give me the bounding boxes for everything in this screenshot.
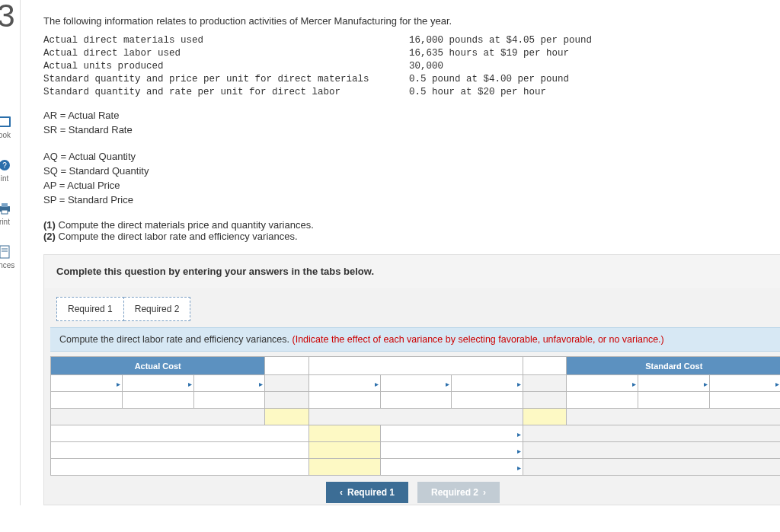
svg-rect-1: [0, 118, 9, 126]
input-gap-1[interactable]: [265, 409, 308, 425]
table-header-row: Actual Cost Standard Cost: [51, 357, 781, 375]
tabs: Required 1 Required 2: [56, 297, 780, 321]
input-variance-label-2[interactable]: [51, 442, 308, 458]
print-button[interactable]: rint: [0, 201, 20, 226]
content-area: The following information relates to pro…: [21, 0, 780, 505]
table-row: [51, 409, 781, 425]
document-icon: [0, 244, 13, 260]
hint-icon: ?: [0, 158, 13, 173]
input-total-2[interactable]: [452, 392, 523, 408]
col-actual-cost: Actual Cost: [51, 357, 265, 375]
nav-buttons: Required 1 Required 2: [326, 482, 780, 505]
table-row: ▸: [51, 459, 781, 476]
variance-grid: Actual Cost Standard Cost ▸ ▸ ▸ ▸ ▸: [50, 356, 780, 476]
select-sq-3[interactable]: [567, 375, 638, 391]
input-variance-label-1[interactable]: [51, 425, 308, 441]
select-aq-1[interactable]: [51, 375, 122, 391]
table-row: ▸ ▸ ▸ ▸ ▸ ▸ ▸ ▸ ▸: [51, 375, 781, 392]
select-sp-3[interactable]: [638, 375, 709, 391]
input-total-3[interactable]: [710, 392, 780, 408]
select-favorable-2[interactable]: [381, 442, 523, 458]
select-favorable-1[interactable]: [381, 425, 523, 441]
ebook-button[interactable]: ook: [0, 114, 20, 139]
hint-button[interactable]: ? int: [0, 158, 20, 183]
tab-required-1[interactable]: Required 1: [56, 297, 124, 321]
answer-panel: Complete this question by entering your …: [43, 254, 780, 505]
definitions-block-2: AQ = Actual Quantity SQ = Standard Quant…: [43, 150, 780, 207]
col-standard-cost: Standard Cost: [567, 357, 780, 375]
input-gap-2[interactable]: [523, 409, 566, 425]
instruction-bar: Compute the direct labor rate and effici…: [50, 327, 780, 352]
input-sp-2[interactable]: [381, 392, 452, 408]
select-var-2[interactable]: [452, 375, 523, 391]
panel-heading: Complete this question by entering your …: [44, 255, 780, 288]
input-aq-2[interactable]: [309, 392, 380, 408]
select-aq-2[interactable]: [309, 375, 380, 391]
input-variance-amt-1[interactable]: [309, 425, 380, 441]
input-sp-3[interactable]: [638, 392, 709, 408]
input-variance-amt-3[interactable]: [309, 459, 380, 475]
definitions-block-1: AR = Actual Rate SR = Standard Rate: [43, 109, 780, 138]
table-row: ▸: [51, 425, 781, 442]
select-sp-2[interactable]: [381, 375, 452, 391]
question-number: 3: [0, 0, 15, 32]
table-row: ▸: [51, 442, 781, 459]
printer-icon: [0, 201, 13, 216]
references-button[interactable]: ences: [0, 244, 20, 269]
svg-rect-6: [2, 210, 8, 214]
prev-button[interactable]: Required 1: [326, 482, 408, 503]
input-aq-1[interactable]: [51, 392, 122, 408]
tasks-block: (1) Compute the direct materials price a…: [43, 219, 780, 242]
next-button: Required 2: [417, 482, 500, 503]
input-total-1[interactable]: [194, 392, 265, 408]
select-var-3[interactable]: [710, 375, 780, 391]
svg-text:?: ?: [2, 161, 7, 170]
select-var-1[interactable]: [194, 375, 265, 391]
svg-rect-5: [2, 203, 8, 207]
select-favorable-3[interactable]: [381, 459, 523, 475]
input-sq-3[interactable]: [567, 392, 638, 408]
select-ap-1[interactable]: [123, 375, 193, 391]
table-row: [51, 392, 781, 409]
input-variance-label-3[interactable]: [51, 459, 308, 475]
data-block: Actual direct materials used16,000 pound…: [43, 34, 780, 98]
input-variance-amt-2[interactable]: [309, 442, 380, 458]
tab-required-2[interactable]: Required 2: [124, 297, 191, 321]
input-ap-1[interactable]: [123, 392, 193, 408]
book-icon: [0, 114, 13, 129]
sidebar: 3 ook ? int rint ences: [0, 0, 21, 505]
svg-rect-7: [0, 246, 9, 258]
intro-text: The following information relates to pro…: [43, 15, 780, 27]
